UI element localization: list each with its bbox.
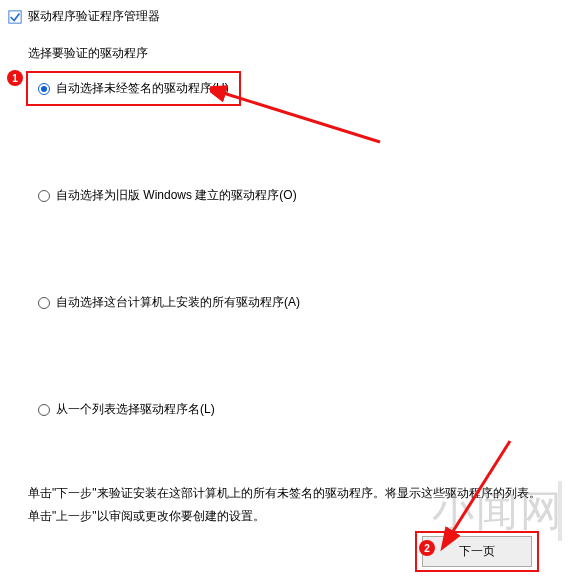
radio-icon — [38, 297, 50, 309]
radio-option-old-windows[interactable]: 自动选择为旧版 Windows 建立的驱动程序(O) — [34, 181, 301, 210]
window-titlebar: 驱动程序验证程序管理器 — [0, 0, 572, 31]
watermark-bar — [558, 481, 562, 541]
app-icon — [8, 10, 22, 24]
radio-option-unsigned[interactable]: 自动选择未经签名的驱动程序(U) — [34, 74, 233, 103]
radio-label: 自动选择这台计算机上安装的所有驱动程序(A) — [56, 294, 300, 311]
radio-icon — [38, 190, 50, 202]
annotation-step-badge-1: 1 — [7, 70, 23, 86]
radio-option-from-list[interactable]: 从一个列表选择驱动程序名(L) — [34, 395, 219, 424]
radio-icon — [38, 83, 50, 95]
annotation-step-badge-2: 2 — [419, 540, 435, 556]
next-button[interactable]: 下一页 — [422, 536, 532, 567]
main-content: 选择要验证的驱动程序 自动选择未经签名的驱动程序(U) 自动选择为旧版 Wind… — [0, 31, 572, 424]
next-button-label: 下一页 — [459, 544, 495, 558]
window-title: 驱动程序验证程序管理器 — [28, 8, 160, 25]
instruction-line: 单击"下一步"来验证安装在这部计算机上的所有未签名的驱动程序。将显示这些驱动程序… — [28, 482, 544, 505]
radio-label: 从一个列表选择驱动程序名(L) — [56, 401, 215, 418]
radio-label: 自动选择未经签名的驱动程序(U) — [56, 80, 229, 97]
button-row: 下一页 — [422, 536, 532, 567]
radio-icon — [38, 404, 50, 416]
section-heading: 选择要验证的驱动程序 — [28, 45, 544, 62]
radio-option-all-drivers[interactable]: 自动选择这台计算机上安装的所有驱动程序(A) — [34, 288, 304, 317]
radio-group: 自动选择未经签名的驱动程序(U) 自动选择为旧版 Windows 建立的驱动程序… — [28, 74, 544, 424]
instruction-text: 单击"下一步"来验证安装在这部计算机上的所有未签名的驱动程序。将显示这些驱动程序… — [0, 468, 572, 528]
instruction-line: 单击"上一步"以审阅或更改你要创建的设置。 — [28, 505, 544, 528]
radio-label: 自动选择为旧版 Windows 建立的驱动程序(O) — [56, 187, 297, 204]
